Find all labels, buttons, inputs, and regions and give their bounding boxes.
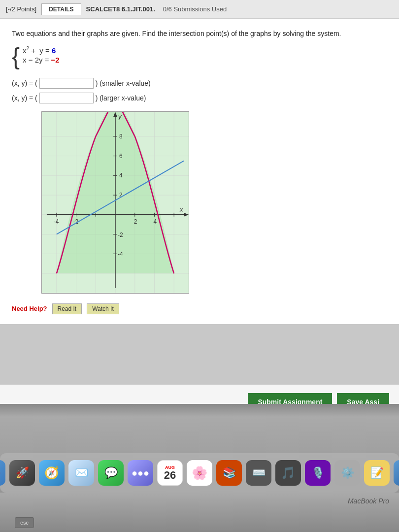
input1-post-label: ) (smaller x-value) xyxy=(96,79,151,87)
input1-field[interactable] xyxy=(39,78,94,89)
input2-field[interactable] xyxy=(39,93,94,103)
input-row-2: (x, y) = ( ) (larger x-value) xyxy=(12,93,387,103)
equation-1: x2 + y = 6 xyxy=(23,46,60,55)
read-it-button[interactable]: Read It xyxy=(52,303,82,314)
dock: 🍎 🚀 🧭 ✉️ 💬 ●●● AUG 26 🌸 📚 xyxy=(0,453,399,493)
svg-text:-4: -4 xyxy=(118,251,123,258)
input-row-1: (x, y) = ( ) (smaller x-value) xyxy=(12,78,387,89)
esc-key[interactable]: esc xyxy=(15,517,34,528)
svg-text:-4: -4 xyxy=(54,218,59,225)
finder-icon[interactable]: 🍎 xyxy=(0,460,5,486)
notes-icon[interactable]: 📝 xyxy=(364,460,390,486)
keyboard-area: esc xyxy=(0,493,399,532)
svg-text:x: x xyxy=(179,206,183,213)
problem-description: Two equations and their graphs are given… xyxy=(12,29,387,39)
macbook-label: MacBook Pro xyxy=(348,497,389,505)
graph-svg: 8 6 4 2 -2 -4 -4 -2 2 4 x y xyxy=(42,112,189,293)
need-help-label: Need Help? xyxy=(12,305,47,312)
course-code: SCALCET8 6.1.JIT.001. xyxy=(86,5,155,13)
submissions-info: 0/6 Submissions Used xyxy=(163,5,227,13)
settings-icon[interactable]: ⚙️ xyxy=(334,460,360,486)
books-icon[interactable]: 📚 xyxy=(216,460,242,486)
svg-text:8: 8 xyxy=(119,133,123,140)
points-label: [-/2 Points] xyxy=(6,5,36,13)
need-help-section: Need Help? Read It Watch It xyxy=(12,303,387,314)
finder2-icon[interactable]: 📁 xyxy=(394,460,399,486)
graph-container: 8 6 4 2 -2 -4 -4 -2 2 4 x y xyxy=(41,111,189,294)
input2-pre-label: (x, y) = ( xyxy=(12,94,37,102)
photos-icon[interactable]: 🌸 xyxy=(187,460,212,486)
messages-icon[interactable]: 💬 xyxy=(98,460,124,486)
equation-2: x − 2y = −2 xyxy=(23,56,60,64)
podcasts-icon[interactable]: 🎙️ xyxy=(305,460,331,486)
details-tab[interactable]: DETAILS xyxy=(41,3,81,15)
brace-symbol: { xyxy=(12,44,20,70)
applescript-icon[interactable]: ⌨️ xyxy=(246,460,271,486)
header-bar: [-/2 Points] DETAILS SCALCET8 6.1.JIT.00… xyxy=(0,0,399,19)
laptop-frame: 🍎 🚀 🧭 ✉️ 💬 ●●● AUG 26 🌸 📚 xyxy=(0,404,399,532)
svg-text:4: 4 xyxy=(119,172,123,179)
calendar-app-icon[interactable]: AUG 26 xyxy=(157,460,183,486)
equation-lines: x2 + y = 6 x − 2y = −2 xyxy=(23,46,60,64)
launchpad-icon[interactable]: 🚀 xyxy=(9,460,35,486)
content-area: Two equations and their graphs are given… xyxy=(0,19,399,324)
watch-it-button[interactable]: Watch It xyxy=(87,303,119,314)
svg-text:6: 6 xyxy=(119,152,123,159)
svg-text:-2: -2 xyxy=(118,231,123,238)
safari-icon[interactable]: 🧭 xyxy=(39,460,65,486)
input1-pre-label: (x, y) = ( xyxy=(12,79,37,87)
calendar-day: 26 xyxy=(164,470,176,481)
svg-text:2: 2 xyxy=(134,218,137,225)
itunes-icon[interactable]: 🎵 xyxy=(275,460,301,486)
input2-post-label: ) (larger x-value) xyxy=(96,94,146,102)
siri-icon[interactable]: ●●● xyxy=(128,460,153,486)
svg-text:4: 4 xyxy=(153,218,157,225)
equations-block: { x2 + y = 6 x − 2y = −2 xyxy=(12,46,387,70)
mail-icon[interactable]: ✉️ xyxy=(68,460,94,486)
